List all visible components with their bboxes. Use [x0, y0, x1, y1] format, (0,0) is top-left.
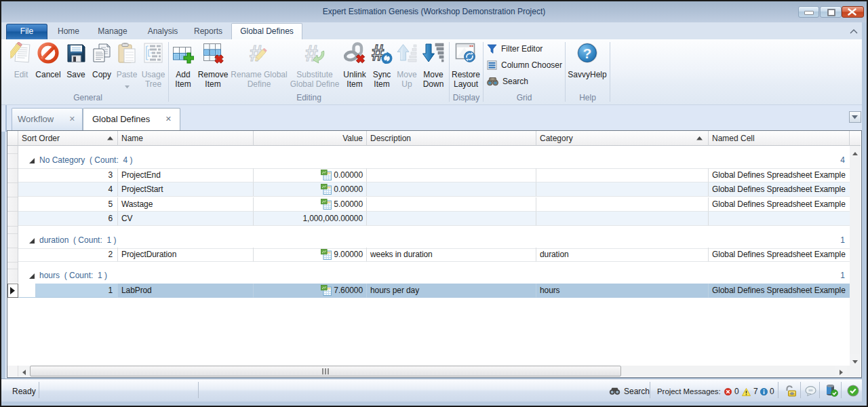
svg-text:?: ?	[583, 45, 592, 61]
